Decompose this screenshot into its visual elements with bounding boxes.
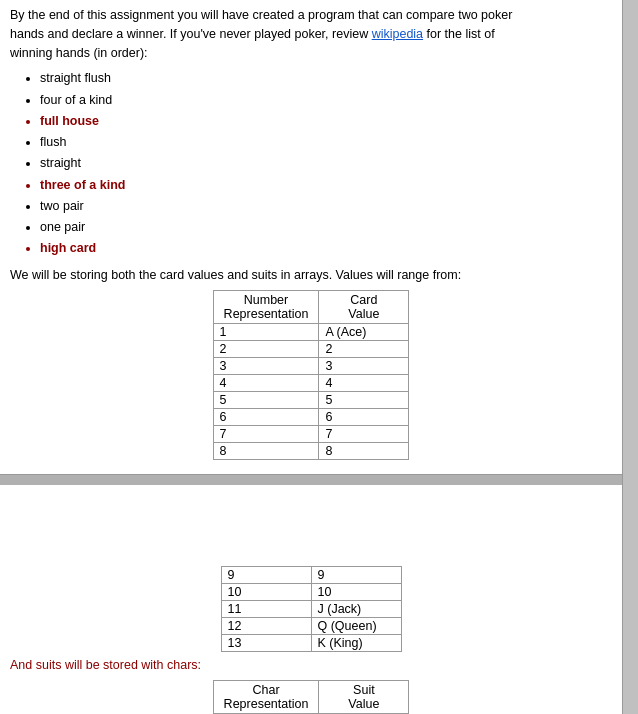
table-cell: 1 [213,323,319,340]
list-item: two pair [40,196,612,217]
table-cell: 5 [319,391,409,408]
table-cell: Q (Queen) [311,617,401,634]
table-cell: 12 [221,617,311,634]
table-cell: 9 [221,566,311,583]
page-container: By the end of this assignment you will h… [0,0,638,714]
col-header-char: CharRepresentation [213,680,319,713]
suits-table-wrapper: CharRepresentation SuitValue S Spades D … [10,680,612,715]
table-row: 10 10 [221,583,401,600]
table-row: 8 8 [213,442,409,459]
table-cell: A (Ace) [319,323,409,340]
table-row: 3 3 [213,357,409,374]
table-row: 4 4 [213,374,409,391]
number-table: NumberRepresentation CardValue 1 A (Ace)… [213,290,410,460]
table-row: 12 Q (Queen) [221,617,401,634]
table-row: 1 A (Ace) [213,323,409,340]
intro-paragraph: By the end of this assignment you will h… [10,6,612,62]
col-header-card: CardValue [319,290,409,323]
section-divider [0,474,622,486]
list-item: straight [40,153,612,174]
suits-label: And suits will be stored with chars: [10,658,612,672]
hands-list: straight flush four of a kind full house… [10,68,612,259]
list-item: straight flush [40,68,612,89]
table-cell: 7 [319,425,409,442]
content-area: By the end of this assignment you will h… [0,0,622,714]
table-row: 11 J (Jack) [221,600,401,617]
storing-text: We will be storing both the card values … [10,268,612,282]
col-header-number: NumberRepresentation [213,290,319,323]
table-cell: 13 [221,634,311,651]
table-cell: K (King) [311,634,401,651]
table-cell: 4 [319,374,409,391]
table-cell: 5 [213,391,319,408]
table-cell: 3 [319,357,409,374]
table-cell: 2 [213,340,319,357]
table-row: 13 K (King) [221,634,401,651]
table-cell: 10 [311,583,401,600]
table-row: 7 7 [213,425,409,442]
suits-table: CharRepresentation SuitValue S Spades D … [213,680,410,715]
table-row: 6 6 [213,408,409,425]
table-cell: 9 [311,566,401,583]
bottom-section: 9 9 10 10 11 J (Jack) 12 Q (Queen) [10,486,612,715]
table-cell: 3 [213,357,319,374]
list-item-fullhouse: full house [40,111,612,132]
list-item: four of a kind [40,90,612,111]
table-cell: 8 [213,442,319,459]
number-table-wrapper: NumberRepresentation CardValue 1 A (Ace)… [10,290,612,460]
col-header-suit: SuitValue [319,680,409,713]
table-cell: 2 [319,340,409,357]
intro-line4: winning hands (in order): [10,46,148,60]
table-row: 5 5 [213,391,409,408]
table-row: 2 2 [213,340,409,357]
table-cell: 10 [221,583,311,600]
number-table2-wrapper: 9 9 10 10 11 J (Jack) 12 Q (Queen) [10,566,612,652]
table-cell: 4 [213,374,319,391]
table-row: 9 9 [221,566,401,583]
intro-line1: By the end of this assignment you will h… [10,8,512,22]
list-item-highcard: high card [40,238,612,259]
scrollbar[interactable] [622,0,638,714]
list-item: flush [40,132,612,153]
table-cell: 6 [213,408,319,425]
table-cell: 7 [213,425,319,442]
table-cell: 6 [319,408,409,425]
wikipedia-link[interactable]: wikipedia [372,27,423,41]
list-item: one pair [40,217,612,238]
intro-line3: for the list of [427,27,495,41]
table-cell: J (Jack) [311,600,401,617]
table-cell: 8 [319,442,409,459]
intro-line2: hands and declare a winner. If you've ne… [10,27,368,41]
number-table2: 9 9 10 10 11 J (Jack) 12 Q (Queen) [221,566,402,652]
list-item-threekind: three of a kind [40,175,612,196]
top-section: By the end of this assignment you will h… [10,6,612,474]
table-cell: 11 [221,600,311,617]
